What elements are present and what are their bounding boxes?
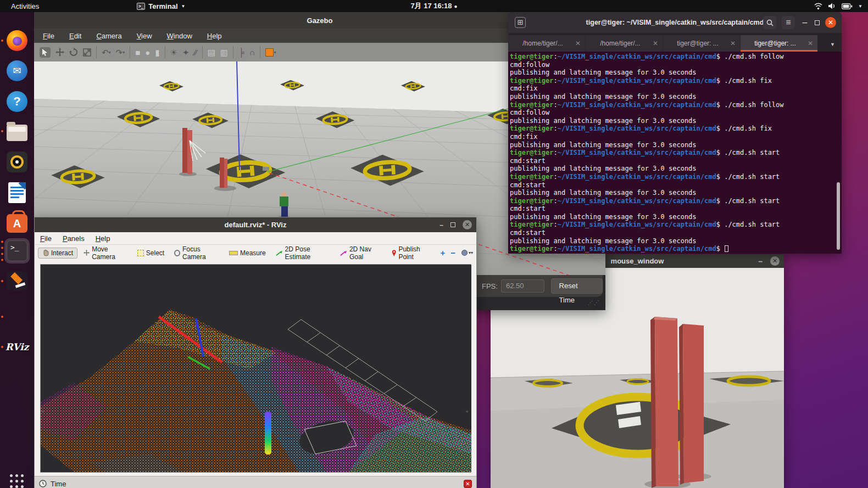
tool-select[interactable]: Select	[133, 248, 168, 258]
box-icon[interactable]: ■	[135, 48, 140, 57]
menu-panels[interactable]: Panels	[63, 234, 85, 243]
tool-interact[interactable]: Interact	[38, 248, 77, 259]
mouse-window-title: mouse_window	[611, 257, 664, 265]
resize-grip-icon[interactable]: ⋰⋰	[588, 300, 600, 306]
minimize-icon[interactable]: –	[439, 221, 443, 229]
tool-properties-button[interactable]: ▾▾	[461, 250, 473, 256]
scrollbar-thumb[interactable]	[837, 182, 840, 250]
select-box-icon	[137, 250, 144, 256]
focus-camera-icon	[174, 250, 180, 256]
tool-publish-point[interactable]: Publish Point	[388, 244, 436, 262]
show-apps-icon	[10, 474, 24, 488]
terminal-tabbar: /home/tiger/...✕/home/tiger/...✕tiger@ti…	[508, 33, 842, 52]
dock-item-terminal[interactable]: >_	[4, 238, 30, 263]
sphere-icon[interactable]: ●	[145, 48, 150, 57]
dock-item-thunderbird[interactable]: ✉	[4, 58, 30, 83]
thunderbird-icon: ✉	[7, 60, 27, 81]
files-icon	[7, 125, 27, 141]
paste-icon[interactable]: ▥	[220, 48, 228, 57]
translate-icon[interactable]	[55, 48, 64, 57]
close-tab-icon[interactable]: ✕	[730, 40, 736, 47]
spotlight-icon[interactable]: ✦	[182, 48, 190, 57]
dock-item-files[interactable]	[4, 119, 30, 144]
tool-2d-pose-estimate[interactable]: 2D Pose Estimate	[272, 244, 334, 262]
maximize-icon[interactable]	[450, 222, 455, 227]
dock-item-libreoffice-writer[interactable]	[4, 180, 30, 205]
cursor-icon[interactable]	[40, 47, 51, 58]
rviz-titlebar[interactable]: default.rviz* - RViz – ✕	[35, 217, 476, 232]
rviz-3d-viewport[interactable]: ◂ ◂	[40, 264, 471, 473]
close-tab-icon[interactable]: ✕	[575, 40, 581, 47]
top-bar: Activities >_ Terminal ▼ 7月 17 16:18● ▼	[0, 0, 868, 12]
gazebo-title: Gazebo	[307, 16, 333, 25]
dock-item-ubuntu-software[interactable]: A	[4, 210, 30, 235]
menu-file[interactable]: File	[40, 234, 52, 243]
scale-icon[interactable]	[83, 48, 91, 57]
clock[interactable]: 7月 17 16:18●	[0, 1, 868, 11]
undo-icon[interactable]: ↶▾	[102, 48, 111, 57]
fps-label: FPS:	[482, 282, 498, 290]
menu-help[interactable]: Help	[96, 234, 110, 243]
collapse-left-icon[interactable]: ◂	[41, 408, 46, 414]
cylinder-icon[interactable]: ▮	[155, 48, 159, 57]
close-icon[interactable]: ✕	[770, 256, 780, 266]
maximize-icon[interactable]	[815, 20, 820, 25]
terminal-tab-4[interactable]: tiger@tiger: ...✕	[741, 35, 817, 52]
close-icon[interactable]: ✕	[825, 17, 836, 28]
reset-time-button[interactable]: Reset Time	[551, 278, 603, 294]
running-indicator	[1, 346, 3, 348]
remove-tool-button[interactable]: −	[448, 248, 458, 257]
tool-measure[interactable]: Measure	[225, 248, 270, 258]
directional-light-icon[interactable]: ∕∕	[194, 48, 197, 57]
close-tab-icon[interactable]: ✕	[808, 40, 813, 47]
menu-edit[interactable]: Edit	[69, 32, 81, 40]
terminal-icon: >_	[7, 240, 27, 261]
writer-icon	[8, 182, 26, 203]
tool-focus-camera[interactable]: Focus Camera	[170, 244, 223, 262]
align-icon[interactable]: ╞	[238, 48, 244, 57]
redo-icon[interactable]: ↷▾	[116, 48, 125, 57]
dock-item-unknown-app[interactable]	[4, 304, 30, 329]
terminal-tab-1[interactable]: /home/tiger/...✕	[508, 35, 585, 52]
tool-move-camera[interactable]: Move Camera	[80, 244, 131, 262]
clock-icon	[39, 480, 47, 487]
terminal-tab-3[interactable]: tiger@tiger: ...✕	[663, 35, 740, 52]
menu-file[interactable]: File	[43, 32, 54, 40]
tool-2d-nav-goal[interactable]: 2D Nav Goal	[336, 244, 386, 262]
close-panel-icon[interactable]: ✕	[464, 480, 472, 488]
menu-help[interactable]: Help	[207, 32, 222, 40]
help-icon: ?	[7, 91, 27, 112]
dock-item-gazebo[interactable]	[4, 268, 30, 294]
collapse-right-icon[interactable]: ◂	[465, 408, 470, 414]
rotate-icon[interactable]	[69, 48, 78, 57]
time-panel-label: Time	[51, 480, 66, 488]
close-tab-icon[interactable]: ✕	[653, 40, 658, 47]
dock-item-firefox[interactable]	[4, 28, 30, 53]
dock-item-rviz[interactable]: RViz	[4, 334, 30, 360]
dock-item-show-applications[interactable]	[4, 469, 30, 488]
dock-item-help[interactable]: ?	[4, 89, 30, 114]
close-icon[interactable]: ✕	[463, 220, 472, 229]
menu-camera[interactable]: Camera	[96, 32, 121, 40]
menu-icon[interactable]: ≡	[782, 16, 795, 29]
dock-item-rhythmbox[interactable]	[4, 149, 30, 175]
copy-icon[interactable]: ▤	[208, 48, 215, 57]
minimize-icon[interactable]: –	[800, 18, 809, 27]
ruler-icon	[229, 251, 238, 255]
menu-window[interactable]: Window	[167, 32, 192, 40]
running-indicator	[1, 241, 3, 261]
pointlight-icon[interactable]: ☀	[170, 48, 177, 57]
add-tool-button[interactable]: +	[437, 248, 448, 257]
terminal-output[interactable]: tiger@tiger:~/VISIM_single/catkin_ws/src…	[508, 52, 842, 254]
tab-list-caret-icon[interactable]: ▼	[830, 42, 842, 52]
rhythmbox-icon	[7, 152, 27, 172]
search-icon[interactable]	[763, 16, 776, 29]
red-pillars	[650, 317, 704, 488]
terminal-headerbar[interactable]: ⊞ tiger@tiger: ~/VISIM_single/catkin_ws/…	[508, 12, 842, 33]
terminal-tab-2[interactable]: /home/tiger/...✕	[586, 35, 663, 52]
view-angle-icon[interactable]: ▾	[265, 48, 276, 57]
snap-icon[interactable]: ∩	[249, 48, 255, 57]
menu-view[interactable]: View	[137, 32, 152, 40]
minimize-icon[interactable]: –	[758, 259, 763, 264]
running-indicator	[1, 40, 3, 42]
